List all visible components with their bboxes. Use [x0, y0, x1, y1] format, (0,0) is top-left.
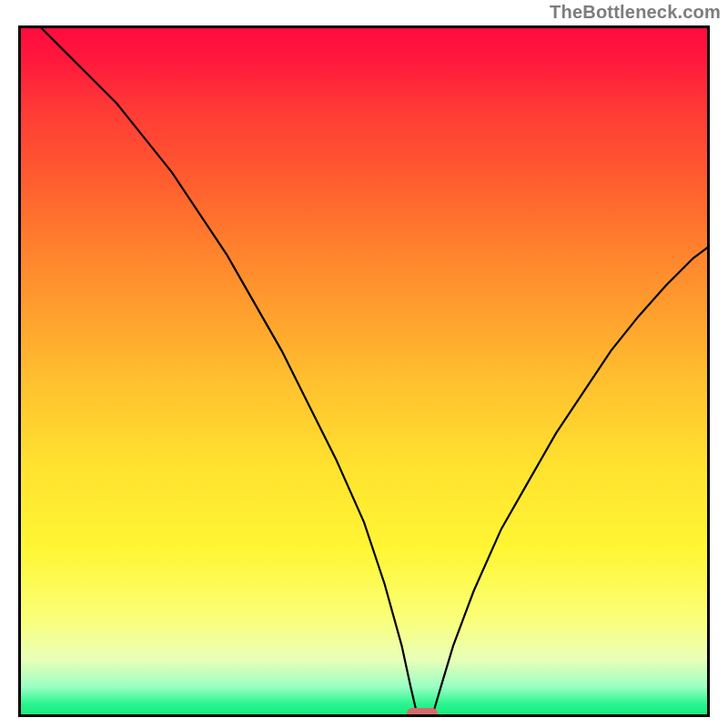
- plot-area: [18, 25, 710, 717]
- curve-svg: [21, 28, 707, 714]
- optimal-point-marker: [407, 708, 438, 717]
- bottleneck-chart: TheBottleneck.com: [0, 0, 728, 728]
- curve-right-branch: [434, 248, 707, 710]
- curve-left-branch: [42, 28, 417, 710]
- watermark-text: TheBottleneck.com: [550, 2, 721, 23]
